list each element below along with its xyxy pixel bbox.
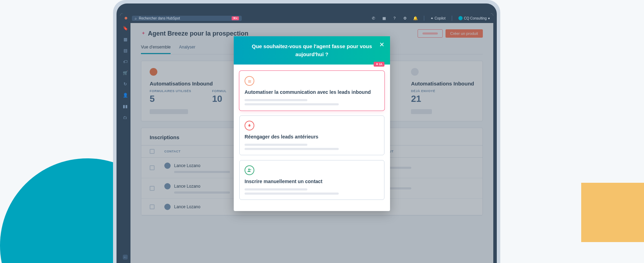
agent-modal: Que souhaitez-vous que l'agent fasse pou…: [234, 36, 390, 211]
person-icon[interactable]: 👤: [123, 93, 128, 98]
hubspot-logo-icon[interactable]: [123, 16, 128, 21]
modal-title: Que souhaitez-vous que l'agent fasse pou…: [251, 43, 373, 58]
placeholder-bar: [245, 193, 339, 195]
option-title: Réengager des leads antérieurs: [245, 134, 379, 140]
svg-point-2: [248, 168, 250, 170]
svg-point-1: [126, 18, 126, 18]
placeholder-bar: [245, 103, 339, 105]
option-manual-enroll[interactable]: Inscrire manuellement un contact: [239, 160, 384, 200]
placeholder-bar: [245, 144, 307, 146]
monitor-inner: ⌕ ⌘K ✆ ▦ ? ⚙ 🔔 ✦ Copilot: [117, 3, 497, 263]
option-automate-inbound[interactable]: ≣ Automatiser la communication avec les …: [239, 71, 384, 111]
close-icon[interactable]: ✕: [378, 41, 385, 48]
option-title: Automatiser la communication avec les le…: [245, 89, 379, 95]
nav-icons: ✆ ▦ ? ⚙ 🔔 ✦ Copilot CQ Consulting ▾: [372, 16, 490, 21]
account-menu[interactable]: CQ Consulting ▾: [458, 16, 490, 20]
chart-icon[interactable]: ▮▮: [123, 104, 128, 109]
settings-icon[interactable]: ⚙: [403, 16, 407, 20]
decorative-square: [581, 183, 644, 242]
account-avatar-icon: [458, 16, 463, 20]
placeholder-bar: [245, 99, 307, 101]
divider: [424, 16, 424, 21]
add-user-icon: [245, 165, 254, 175]
notifications-icon[interactable]: 🔔: [413, 16, 418, 20]
refresh-icon[interactable]: ↻: [123, 82, 128, 87]
divider: [452, 16, 452, 21]
tag-icon[interactable]: 🏷: [123, 59, 128, 64]
search-icon: ⌕: [135, 16, 137, 20]
sparkle-icon: ✦: [430, 16, 433, 20]
bookmark-icon[interactable]: 🔖: [123, 26, 128, 31]
placeholder-bar: [245, 188, 307, 190]
ia-badge: ✦IA: [374, 62, 384, 67]
modal-header: Que souhaitez-vous que l'agent fasse pou…: [234, 36, 390, 65]
folder-icon[interactable]: 🗀: [123, 115, 128, 120]
account-name: CQ Consulting: [464, 16, 487, 20]
kbd-shortcut: ⌘K: [232, 16, 239, 20]
cart-icon[interactable]: 🛒: [123, 70, 128, 75]
device-frame: ⌕ ⌘K ✆ ▦ ? ⚙ 🔔 ✦ Copilot: [113, 0, 500, 263]
collapse-icon[interactable]: ←: [123, 255, 128, 260]
marketplace-icon[interactable]: ▦: [382, 16, 386, 20]
doc-icon[interactable]: ▤: [123, 48, 128, 53]
top-nav: ⌕ ⌘K ✆ ▦ ? ⚙ 🔔 ✦ Copilot: [120, 13, 493, 23]
list-icon: ≣: [245, 76, 254, 86]
search-input[interactable]: [139, 16, 230, 20]
option-title: Inscrire manuellement un contact: [245, 179, 379, 184]
global-search[interactable]: ⌕ ⌘K: [132, 16, 242, 21]
option-reengage-leads[interactable]: Réengager des leads antérieurs: [239, 115, 384, 155]
placeholder-bar: [245, 148, 339, 150]
help-icon[interactable]: ?: [392, 16, 397, 20]
main-content: Agent Breeze pour la prospection Créer u…: [130, 23, 493, 263]
copilot-button[interactable]: ✦ Copilot: [430, 16, 445, 20]
grid-icon[interactable]: ▦: [123, 37, 128, 42]
phone-icon[interactable]: ✆: [372, 16, 376, 20]
app-window: ⌕ ⌘K ✆ ▦ ? ⚙ 🔔 ✦ Copilot: [120, 13, 493, 263]
copilot-label: Copilot: [435, 16, 445, 20]
modal-body: ✦IA ≣ Automatiser la communication avec …: [234, 65, 390, 211]
chevron-down-icon: ▾: [488, 16, 490, 20]
ia-badge-label: IA: [379, 62, 382, 66]
side-rail: 🔖 ▦ ▤ 🏷 🛒 ↻ 👤 ▮▮ 🗀 ←: [120, 23, 130, 263]
flame-icon: [245, 121, 254, 130]
